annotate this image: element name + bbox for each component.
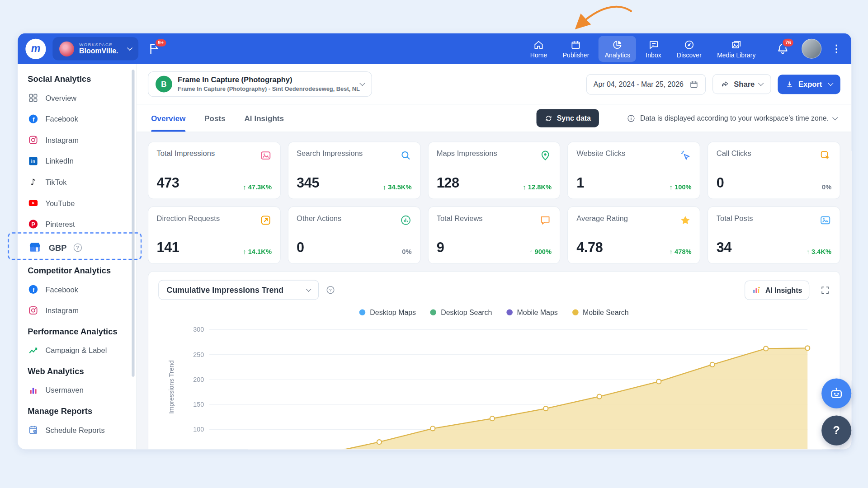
- profile-selector[interactable]: B Frame In Capture (Photography) Frame I…: [148, 71, 372, 97]
- sidebar-item-tiktok[interactable]: ♪ TikTok: [18, 172, 136, 193]
- metric-change: ↑ 3.4K%: [807, 248, 832, 256]
- overflow-menu-icon[interactable]: ⋮: [829, 42, 844, 55]
- sidebar-section-performance-analytics: Performance Analytics: [18, 321, 136, 340]
- legend-dot: [572, 309, 578, 315]
- chatbot-button[interactable]: [821, 379, 851, 408]
- metric-title: Total Reviews: [437, 214, 483, 222]
- svg-text:f: f: [33, 116, 35, 123]
- chevron-down-icon: [828, 80, 833, 86]
- sidebar-item-youtube[interactable]: YouTube: [18, 192, 136, 214]
- sidebar-item-campaign-label[interactable]: Campaign & Label: [18, 340, 136, 361]
- sidebar-section-competitor-analytics: Competitor Analytics: [18, 260, 136, 279]
- help-icon[interactable]: ?: [73, 243, 81, 251]
- sidebar-item-instagram[interactable]: Instagram: [18, 300, 136, 321]
- nav-item-publisher[interactable]: Publisher: [557, 36, 595, 62]
- home-icon: [533, 39, 544, 50]
- sidebar-item-gbp[interactable]: GBP ?: [18, 235, 136, 260]
- analytics-header: B Frame In Capture (Photography) Frame I…: [137, 64, 851, 104]
- legend-item-mobile-maps[interactable]: Mobile Maps: [506, 308, 558, 316]
- sidebar: Social Analytics Overview f Facebook Ins…: [18, 64, 137, 449]
- sidebar-section-web-analytics: Web Analytics: [18, 361, 136, 380]
- sidebar-scrollbar[interactable]: [132, 70, 134, 377]
- metric-card-total-posts: Total Posts 34 ↑ 3.4K%: [708, 206, 840, 264]
- legend-item-desktop-search[interactable]: Desktop Search: [430, 308, 492, 316]
- svg-text:Impressions Trend: Impressions Trend: [168, 360, 175, 414]
- metric-value: 34: [717, 239, 731, 256]
- sidebar-item-facebook[interactable]: f Facebook: [18, 279, 136, 300]
- legend-dot: [430, 309, 436, 315]
- usermaven-icon: [28, 385, 38, 395]
- impressions-trend-chart: 100150200250300Impressions Trend: [158, 321, 830, 449]
- export-button[interactable]: Export: [778, 75, 840, 94]
- linkedin-icon: in: [28, 155, 38, 166]
- share-button[interactable]: Share: [712, 74, 771, 94]
- user-avatar[interactable]: [802, 39, 821, 59]
- chart-metric-select[interactable]: Cumulative Impressions Trend: [158, 280, 319, 300]
- tab-posts[interactable]: Posts: [204, 104, 226, 131]
- chart-legend: Desktop Maps Desktop Search Mobile Maps …: [158, 308, 830, 316]
- legend-item-mobile-search[interactable]: Mobile Search: [572, 308, 629, 316]
- impressions-icon: [259, 150, 272, 162]
- sidebar-section-manage-reports: Manage Reports: [18, 401, 136, 420]
- sidebar-item-pinterest[interactable]: P Pinterest: [18, 214, 136, 235]
- help-button[interactable]: ?: [821, 416, 851, 446]
- metric-change: ↑ 900%: [529, 248, 552, 256]
- nav-item-discover[interactable]: Discover: [671, 36, 708, 62]
- date-range-value: Apr 04, 2024 - Mar 25, 2026: [594, 80, 684, 88]
- nav-item-analytics[interactable]: Analytics: [599, 36, 636, 62]
- sidebar-item-usermaven[interactable]: Usermaven: [18, 380, 136, 401]
- legend-item-desktop-maps[interactable]: Desktop Maps: [359, 308, 416, 316]
- ai-insights-button[interactable]: AI Insights: [744, 280, 809, 300]
- chevron-down-icon: [758, 80, 764, 86]
- metric-title: Call Clicks: [717, 150, 751, 158]
- metric-title: Total Impressions: [157, 150, 215, 158]
- sidebar-item-instagram[interactable]: Instagram: [18, 130, 136, 151]
- svg-text:100: 100: [193, 426, 204, 433]
- metric-value: 473: [157, 175, 179, 191]
- metric-card-other-actions: Other Actions 0 0%: [288, 206, 420, 264]
- help-icon[interactable]: ?: [326, 285, 335, 295]
- sync-data-button[interactable]: Sync data: [536, 109, 599, 127]
- metric-change: ↑ 478%: [670, 248, 692, 256]
- analytics-icon: [612, 39, 623, 50]
- sidebar-item-facebook[interactable]: f Facebook: [18, 108, 136, 130]
- sidebar-item-overview[interactable]: Overview: [18, 87, 136, 108]
- announcements-flag-button[interactable]: 9+: [147, 42, 161, 56]
- metric-change: 0%: [402, 248, 411, 256]
- workspace-selector[interactable]: WORKSPACE BloomVille.: [52, 37, 138, 60]
- date-range-picker[interactable]: Apr 04, 2024 - Mar 25, 2026: [586, 74, 706, 94]
- metric-card-average-rating: Average Rating 4.78 ↑ 478%: [568, 206, 701, 264]
- metric-value: 128: [437, 175, 459, 191]
- workspace-avatar: [59, 41, 74, 56]
- logo-letter: m: [31, 42, 41, 55]
- notifications-button[interactable]: 76: [776, 42, 789, 55]
- website-clicks-icon: [679, 150, 692, 162]
- timezone-note: Data is displayed according to your work…: [627, 114, 837, 123]
- nav-item-inbox[interactable]: Inbox: [640, 36, 667, 62]
- nav-item-media-library[interactable]: Media Library: [711, 36, 762, 62]
- media-library-icon: [731, 39, 742, 50]
- metrics-grid: Total Impressions 473 ↑ 47.3K% Search Im…: [148, 141, 840, 264]
- legend-dot: [506, 309, 512, 315]
- tab-ai-insights[interactable]: AI Insights: [244, 104, 284, 131]
- tab-overview[interactable]: Overview: [151, 104, 185, 131]
- posts-icon: [819, 214, 831, 226]
- metric-value: 1: [576, 175, 584, 191]
- sidebar-section-social-analytics: Social Analytics: [18, 69, 136, 88]
- fullscreen-icon[interactable]: [821, 285, 830, 295]
- svg-text:in: in: [31, 159, 36, 164]
- chevron-down-icon[interactable]: [832, 115, 838, 120]
- svg-text:200: 200: [193, 376, 204, 383]
- main-content: B Frame In Capture (Photography) Frame I…: [137, 64, 851, 449]
- metric-title: Maps Impressions: [437, 150, 497, 158]
- nav-item-home[interactable]: Home: [524, 36, 553, 62]
- tabs-bar: Overview Posts AI Insights Sync data Dat…: [137, 104, 851, 132]
- app-logo[interactable]: m: [25, 38, 46, 59]
- sidebar-item-schedule-reports[interactable]: Schedule Reports: [18, 419, 136, 441]
- sidebar-item-linkedin[interactable]: in LinkedIn: [18, 150, 136, 172]
- info-icon: [627, 114, 636, 123]
- metric-change: ↑ 34.5K%: [383, 183, 412, 191]
- direction-requests-icon: [259, 214, 272, 226]
- metric-change: 0%: [822, 183, 831, 191]
- metric-card-total-reviews: Total Reviews 9 ↑ 900%: [428, 206, 561, 264]
